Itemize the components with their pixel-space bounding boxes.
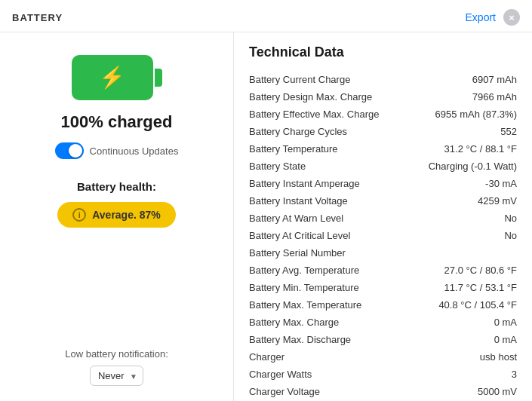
row-label: Battery Charge Cycles: [249, 126, 347, 137]
table-row: Battery At Warn LevelNo: [249, 210, 517, 227]
row-label: Charger Watts: [249, 369, 312, 380]
row-value: 31.2 °C / 88.1 °F: [444, 143, 517, 155]
row-label: Battery Avg. Temperature: [249, 265, 359, 276]
table-row: Battery At Critical LevelNo: [249, 227, 517, 244]
table-row: Battery Current Charge6907 mAh: [249, 71, 517, 88]
row-value: 40.8 °C / 105.4 °F: [438, 299, 517, 311]
notification-select-wrapper: Never 10% 20% 30% ▼: [90, 366, 143, 386]
battery-icon: ⚡: [72, 55, 162, 100]
export-button[interactable]: Export: [466, 11, 496, 23]
table-row: Battery Effective Max. Charge6955 mAh (8…: [249, 106, 517, 123]
table-row: Battery StateCharging (-0.1 Watt): [249, 158, 517, 175]
notification-select[interactable]: Never 10% 20% 30%: [90, 366, 143, 386]
row-value: -30 mA: [485, 178, 517, 189]
row-label: Battery At Critical Level: [249, 230, 350, 241]
continuous-updates-toggle[interactable]: [55, 142, 84, 159]
row-value: No: [504, 230, 517, 241]
table-row: Charger Voltage5000 mV: [249, 383, 517, 400]
health-badge[interactable]: i Average. 87%: [57, 202, 176, 228]
row-value: 11.7 °C / 53.1 °F: [444, 282, 517, 293]
close-button[interactable]: ×: [503, 9, 520, 26]
continuous-updates-row: Continuous Updates: [55, 142, 179, 159]
row-value: 6955 mAh (87.3%): [435, 109, 517, 120]
row-value: 5000 mV: [478, 386, 517, 397]
tech-section-title: Technical Data: [249, 44, 517, 60]
charge-text: 100% charged: [61, 112, 173, 132]
row-label: Charger Voltage: [249, 386, 320, 397]
row-label: Battery Max. Temperature: [249, 299, 361, 311]
table-row: Battery Charge Cycles552: [249, 123, 517, 140]
row-label: Battery Instant Amperage: [249, 178, 360, 189]
continuous-updates-label: Continuous Updates: [90, 145, 179, 157]
table-row: Battery Temperature31.2 °C / 88.1 °F: [249, 140, 517, 158]
row-label: Battery Current Charge: [249, 74, 350, 85]
notification-label: Low battery notification:: [65, 348, 168, 360]
row-value: 27.0 °C / 80.6 °F: [444, 265, 517, 276]
row-label: Battery Temperature: [249, 143, 338, 155]
row-value: 6907 mAh: [472, 74, 517, 85]
app-header: BATTERY Export ×: [0, 0, 532, 32]
table-row: Battery Min. Temperature11.7 °C / 53.1 °…: [249, 279, 517, 296]
toggle-thumb: [69, 144, 82, 158]
row-value: Charging (-0.1 Watt): [429, 161, 517, 172]
row-value: 7966 mAh: [472, 91, 517, 103]
row-value: 3: [512, 369, 517, 380]
health-section: Battery health: i Average. 87%: [57, 180, 176, 228]
row-label: Battery State: [249, 161, 306, 172]
table-row: Battery Avg. Temperature27.0 °C / 80.6 °…: [249, 262, 517, 279]
table-row: Battery Max. Discharge0 mA: [249, 331, 517, 348]
notification-section: Low battery notification: Never 10% 20% …: [65, 348, 168, 386]
table-row: Chargerusb host: [249, 348, 517, 366]
battery-body: ⚡: [72, 55, 153, 100]
row-value: usb host: [480, 351, 517, 363]
row-label: Battery Instant Voltage: [249, 195, 348, 207]
app-title: BATTERY: [12, 12, 63, 23]
tech-table: Battery Current Charge6907 mAhBattery De…: [249, 71, 517, 401]
row-value: 0 mA: [494, 317, 517, 328]
table-row: Charger Watts3: [249, 366, 517, 383]
right-panel: Technical Data Battery Current Charge690…: [234, 32, 532, 401]
table-row: Battery Max. Charge0 mA: [249, 314, 517, 331]
table-row: Battery Serial Number: [249, 244, 517, 262]
row-value: 0 mA: [494, 334, 517, 345]
table-row: Battery Instant Voltage4259 mV: [249, 192, 517, 210]
row-value: No: [504, 213, 517, 224]
row-label: Battery Serial Number: [249, 247, 346, 259]
battery-tip: [155, 69, 162, 87]
header-actions: Export ×: [466, 9, 520, 26]
health-title: Battery health:: [57, 180, 176, 193]
row-label: Battery Max. Charge: [249, 317, 339, 328]
table-row: Battery Instant Amperage-30 mA: [249, 175, 517, 192]
table-row: Battery Max. Temperature40.8 °C / 105.4 …: [249, 296, 517, 314]
row-label: Battery Effective Max. Charge: [249, 109, 379, 120]
row-label: Battery At Warn Level: [249, 213, 343, 224]
row-value: 552: [500, 126, 517, 137]
main-content: ⚡ 100% charged Continuous Updates Batter…: [0, 32, 532, 401]
row-value: 4259 mV: [478, 195, 517, 207]
row-label: Battery Design Max. Charge: [249, 91, 372, 103]
health-info-icon: i: [72, 208, 86, 222]
row-label: Battery Max. Discharge: [249, 334, 351, 345]
row-label: Charger: [249, 351, 284, 363]
battery-bolt-icon: ⚡: [99, 67, 125, 88]
health-badge-text: Average. 87%: [92, 209, 161, 221]
left-panel: ⚡ 100% charged Continuous Updates Batter…: [0, 32, 234, 401]
row-label: Battery Min. Temperature: [249, 282, 359, 293]
table-row: Battery Design Max. Charge7966 mAh: [249, 88, 517, 106]
